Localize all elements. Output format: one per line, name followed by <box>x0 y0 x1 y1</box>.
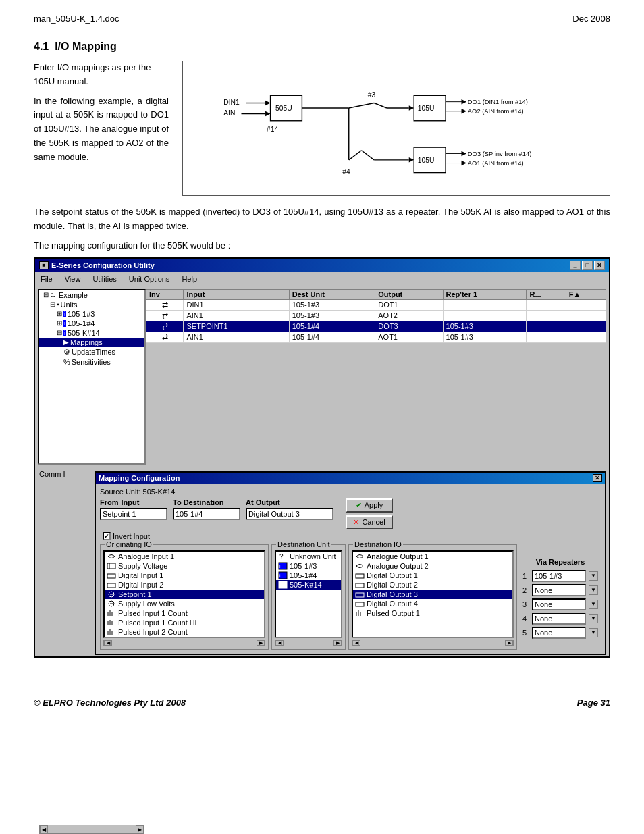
tree-item-units[interactable]: ⊟ ▪ Units <box>39 300 144 309</box>
list-item[interactable]: Supply Low Volts <box>105 599 264 608</box>
list-item-selected[interactable]: Digital Output 3 <box>353 590 512 599</box>
tree-item-mappings[interactable]: ▶ Mappings <box>39 338 144 347</box>
minimize-button[interactable]: _ <box>570 261 581 270</box>
svg-rect-69 <box>356 583 364 588</box>
svg-marker-13 <box>409 105 414 110</box>
tree-item-sensitivities[interactable]: % Sensitivities <box>39 357 144 367</box>
via-row-2: 2 ▼ <box>522 584 598 596</box>
invert-checkbox[interactable]: ✔ <box>103 532 111 540</box>
list-item[interactable]: Pulsed Output 1 <box>353 608 512 618</box>
tree-item-example[interactable]: ⊟ 🗂 Example <box>39 290 144 300</box>
list-item[interactable]: Digital Output 2 <box>353 580 512 590</box>
svg-text:105U: 105U <box>418 157 435 164</box>
svg-text:?: ? <box>279 553 284 561</box>
list-item[interactable]: Pulsed Input 1 Count Hi <box>105 618 264 627</box>
svg-marker-32 <box>461 151 466 156</box>
list-item[interactable]: Digital Input 1 <box>105 571 264 580</box>
via-dropdown-5[interactable]: ▼ <box>589 628 598 637</box>
list-item-selected[interactable]: Setpoint 1 <box>105 590 264 599</box>
menu-help[interactable]: Help <box>179 273 200 284</box>
originating-io-group: Originating IO Analogue Input 1 Supply V… <box>100 544 269 650</box>
via-row-3: 3 ▼ <box>522 598 598 610</box>
list-item[interactable]: Digital Output 1 <box>353 571 512 580</box>
destination-unit-group: Destination Unit ? Unknown Unit i 105-1#… <box>271 544 346 650</box>
menu-view[interactable]: View <box>62 273 84 284</box>
via-select-1[interactable] <box>532 570 586 582</box>
svg-rect-68 <box>356 574 364 578</box>
tree-item-505-k14[interactable]: ⊟ i 505-K#14 <box>39 328 144 338</box>
list-item[interactable]: Digital Input 2 <box>105 580 264 590</box>
svg-marker-27 <box>409 157 414 162</box>
list-item[interactable]: Digital Output 4 <box>353 599 512 608</box>
table-row-selected[interactable]: ⇄ SETPOINT1 105-1#4 DOT3 105-1#3 <box>146 321 606 332</box>
list-item[interactable]: Analogue Output 2 <box>353 561 512 571</box>
tree-item-105-1-3[interactable]: ⊞ i 105-1#3 <box>39 309 144 319</box>
source-unit-label: Source Unit: 505-K#14 <box>100 488 601 496</box>
table-row[interactable]: ⇄ DIN1 105-1#3 DOT1 <box>146 299 606 310</box>
config-title: Mapping Configuration <box>99 474 180 482</box>
at-output-input[interactable] <box>246 508 333 520</box>
list-item[interactable]: Pulsed Input 1 Count <box>105 608 264 618</box>
close-button[interactable]: ✕ <box>594 261 605 270</box>
cancel-button[interactable]: ✕ Cancel <box>346 515 393 529</box>
svg-rect-71 <box>356 602 364 606</box>
maximize-button[interactable]: □ <box>582 261 593 270</box>
tree-item-update-times[interactable]: ⚙ UpdateTimes <box>39 347 144 357</box>
originating-io-title: Originating IO <box>105 540 153 548</box>
list-item[interactable]: i 105-1#4 <box>276 571 341 580</box>
list-item[interactable]: Pulsed Input 2 Count Hi <box>105 637 264 638</box>
from-input[interactable] <box>100 508 167 520</box>
via-dropdown-4[interactable]: ▼ <box>589 614 598 623</box>
mapping-table: Inv Input Dest Unit Output Rep'ter 1 R..… <box>146 289 606 343</box>
via-dropdown-1[interactable]: ▼ <box>589 571 598 581</box>
list-item[interactable]: Analogue Input 1 <box>105 552 264 561</box>
via-select-5[interactable] <box>532 627 586 639</box>
via-select-3[interactable] <box>532 598 586 610</box>
via-dropdown-2[interactable]: ▼ <box>589 585 598 595</box>
tree-item-105-1-4[interactable]: ⊞ i 105-1#4 <box>39 319 144 328</box>
svg-rect-37 <box>107 563 115 569</box>
originating-io-list[interactable]: Analogue Input 1 Supply Voltage Digital … <box>103 550 265 638</box>
menu-unit-options[interactable]: Unit Options <box>126 273 173 284</box>
menu-utilities[interactable]: Utilities <box>90 273 119 284</box>
intro-text-2: In the following example, a digital inpu… <box>34 95 169 165</box>
via-repeaters-section: Via Repeaters 1 ▼ 2 ▼ <box>520 544 601 650</box>
menu-file[interactable]: File <box>38 273 55 284</box>
invert-input-label[interactable]: ✔ Invert Input <box>103 532 601 540</box>
footer-copyright: © ELPRO Technologies Pty Ltd 2008 <box>34 698 186 708</box>
list-item[interactable]: Pulsed Input 2 Count <box>105 627 264 637</box>
via-dropdown-3[interactable]: ▼ <box>589 600 598 609</box>
svg-rect-39 <box>107 574 115 578</box>
dest-io-list[interactable]: Analogue Output 1 Analogue Output 2 Digi… <box>352 550 514 638</box>
orig-io-scrollbar[interactable]: ◀ ▶ <box>103 640 265 646</box>
menu-bar: File View Utilities Unit Options Help <box>35 272 609 286</box>
col-output: Output <box>375 289 443 299</box>
col-input: Input <box>184 289 289 299</box>
list-item-selected[interactable]: i 505-K#14 <box>276 580 341 590</box>
via-select-4[interactable] <box>532 613 586 625</box>
dest-unit-scrollbar[interactable]: ◀ ▶ <box>275 640 342 646</box>
via-select-2[interactable] <box>532 584 586 596</box>
destination-io-group: Destination IO Analogue Output 1 Analogu… <box>348 544 517 650</box>
section-title: 4.1 I/O Mapping <box>34 41 610 53</box>
main-panel: Inv Input Dest Unit Output Rep'ter 1 R..… <box>146 289 606 465</box>
svg-line-25 <box>361 151 374 160</box>
to-dest-input[interactable] <box>173 508 240 520</box>
table-row[interactable]: ⇄ AIN1 105-1#3 AOT2 <box>146 310 606 321</box>
col-f: F▲ <box>566 289 606 299</box>
dest-io-scrollbar[interactable]: ◀ ▶ <box>352 640 514 646</box>
app-content: ⊟ 🗂 Example ⊟ ▪ Units ⊞ i 105-1#3 ⊞ i <box>35 286 609 467</box>
list-item[interactable]: i 105-1#3 <box>276 561 341 571</box>
config-dialog: Mapping Configuration ✕ Source Unit: 505… <box>95 471 606 655</box>
svg-line-11 <box>374 103 387 108</box>
io-diagram: DIN1 AIN 505U #14 #3 <box>182 61 610 196</box>
svg-text:505U: 505U <box>275 105 292 112</box>
dest-unit-list[interactable]: ? Unknown Unit i 105-1#3 i 105-1#4 <box>275 550 342 638</box>
table-row[interactable]: ⇄ AIN1 105-1#4 AOT1 105-1#3 <box>146 332 606 342</box>
config-title-bar: Mapping Configuration ✕ <box>96 473 605 484</box>
list-item[interactable]: ? Unknown Unit <box>276 552 341 561</box>
config-close-button[interactable]: ✕ <box>593 474 602 482</box>
list-item[interactable]: Supply Voltage <box>105 561 264 571</box>
list-item[interactable]: Analogue Output 1 <box>353 552 512 561</box>
apply-button[interactable]: ✔ Apply <box>346 498 393 513</box>
